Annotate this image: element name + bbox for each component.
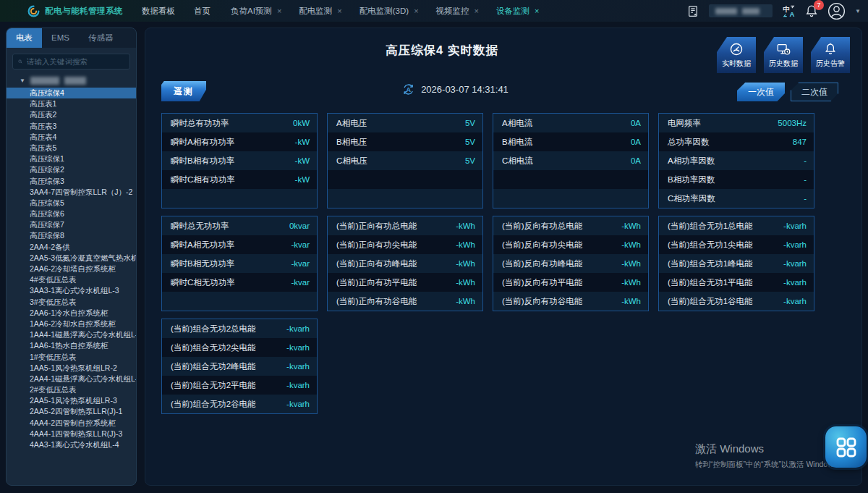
data-table: A相电压5VB相电压5VC相电压5V [327,113,483,208]
sidebar-item[interactable]: 2AA5-3低氮冷凝真空燃气热水机组R-2 [7,253,136,264]
table-row: (当前)反向有功尖电能-kWh [493,235,648,254]
nav-tab[interactable]: 视频监控× [436,6,479,17]
caret-down-icon[interactable]: ▼ [855,8,861,14]
floating-grid-button[interactable] [825,426,867,468]
sidebar-item[interactable]: 1AA6-2冷却水自控系统柜 [7,319,136,329]
param-label: (当前)组合无功1峰电能 [668,258,753,269]
document-icon[interactable] [687,5,699,17]
sidebar-item[interactable]: 2AA6-1冷水自控系统柜 [7,308,136,319]
param-value: -kvarh [783,297,807,306]
param-value: -kvarh [286,362,310,371]
table-row: (当前)反向有功峰电能-kWh [493,254,648,273]
sidebar-item[interactable]: 4AA4-1四管制热泵LLR(J)-3 [7,429,136,439]
nav-menu-item[interactable]: 首页 [194,6,210,17]
sidebar-item[interactable]: 3AA3-1离心式冷水机组L-3 [7,285,136,296]
param-label: (当前)正向有功尖电能 [336,240,417,250]
tree-caret-icon[interactable]: ▼ [20,77,25,84]
sidebar-item[interactable]: 高压综保6 [7,208,136,219]
sidebar-item[interactable]: 高压综保3 [7,176,136,187]
sidebar-item[interactable]: 1AA6-1热水自控系统柜 [7,340,136,351]
svg-text:中: 中 [783,4,791,12]
sidebar-item[interactable]: 2AA5-1风冷热泵机组LR-3 [7,395,136,406]
sidebar-item[interactable]: 高压综保7 [7,219,136,230]
tables: 瞬时总有功功率0kW瞬时A相有功功率-kW瞬时B相有功功率-kW瞬时C相有功功率… [161,113,814,414]
sidebar-item[interactable]: 2#变低压总表 [7,384,136,395]
secondary-value-button[interactable]: 二次值 [791,83,838,101]
sidebar-item[interactable]: 2AA4-2备供 [7,242,136,253]
redacted-text [715,8,737,14]
sidebar-item[interactable]: 3AA4-7四管制控泵LLR（J）-2 [7,187,136,198]
sidebar-item[interactable]: 高压综保4 [7,88,136,98]
sidebar-item[interactable]: 高压表2 [7,109,136,120]
sidebar-item[interactable]: 2AA6-2冷却塔自控系统柜 [7,264,136,274]
telemetry-tab[interactable]: 遥测 [161,81,206,101]
action-label: 历史数据 [769,59,798,69]
search-box[interactable] [12,54,130,69]
app-title: 配电与能耗管理系统 [45,6,123,17]
close-icon[interactable]: × [535,7,539,15]
action-label: 历史告警 [816,59,845,69]
nav-tab-label: 配电监测(3D) [359,6,409,17]
sidebar-item[interactable]: 1#变低压总表 [7,352,136,363]
sidebar-item[interactable]: 3#变低压总表 [7,297,136,308]
nav-tab[interactable]: 配电监测× [299,6,341,17]
close-icon[interactable]: × [277,7,281,15]
tree-root[interactable]: ▼ [7,75,136,88]
translate-icon[interactable]: 中 A [782,4,796,18]
data-table: 电网频率5003Hz总功率因数847A相功率因数-B相功率因数-C相功率因数- [658,113,814,208]
history-data-button[interactable]: 历史数据 [764,37,803,73]
nav-tab[interactable]: 设备监测× [496,6,539,17]
table-row: 电网频率5003Hz [659,114,814,132]
param-value: -kvarh [783,278,807,287]
table-row: (当前)组合无功1峰电能-kvarh [659,254,814,273]
param-value: -kvarh [783,259,807,268]
sidebar-item[interactable]: 1AA5-1风冷热泵机组LR-2 [7,363,136,374]
search-icon [18,57,22,66]
page-title: 高压综保4 实时数据 [386,43,498,59]
nav-tab[interactable]: 负荷AI预测× [231,6,281,17]
table-group: 瞬时总有功功率0kW瞬时A相有功功率-kW瞬时B相有功功率-kW瞬时C相有功功率… [161,113,814,208]
redacted-root-label [64,77,86,85]
close-icon[interactable]: × [337,7,341,15]
watermark-line2: 转到“控制面板”中的“系统”以激活 Windows。 [695,460,845,470]
sidebar-item[interactable]: 1AA4-1磁悬浮离心式冷水机组L-2 [7,329,136,340]
sidebar-item[interactable]: 4#变低压总表 [7,274,136,285]
param-label: (当前)组合无功2谷电能 [171,399,256,410]
sidebar-item[interactable]: 高压综保8 [7,230,136,241]
sidebar-item[interactable]: 高压综保5 [7,198,136,208]
search-input[interactable] [27,57,124,66]
sidebar-tab-sensor[interactable]: 传感器 [79,28,123,48]
table-row: (当前)组合无功1总电能-kvarh [659,216,814,235]
sidebar-tab-ems[interactable]: EMS [42,28,79,48]
sidebar-item[interactable]: 2AA5-2四管制热泵LLR(J)-1 [7,406,136,417]
nav-menu-item[interactable]: 数据看板 [142,6,175,17]
sidebar-tab-meter[interactable]: 电表 [7,28,42,48]
table-row: 瞬时C相无功功率-kvar [162,273,317,292]
table-group: (当前)组合无功2总电能-kvarh(当前)组合无功2尖电能-kvarh(当前)… [161,319,814,414]
avatar-icon[interactable] [827,2,846,20]
sidebar-item[interactable]: 高压综保2 [7,164,136,175]
sidebar-item[interactable]: 高压表5 [7,143,136,153]
close-icon[interactable]: × [414,7,418,15]
sidebar-item[interactable]: 高压表1 [7,98,136,109]
sidebar-item[interactable]: 高压表3 [7,121,136,132]
history-alarm-button[interactable]: 历史告警 [811,37,850,73]
sidebar-item[interactable]: 高压综保1 [7,153,136,164]
redacted-username [709,4,773,17]
primary-value-button[interactable]: 一次值 [737,83,785,101]
realtime-data-button[interactable]: 实时数据 [717,37,756,73]
sidebar-item[interactable]: 4AA3-1离心式冷水机组L-4 [7,439,136,450]
sidebar-item[interactable]: 2AA4-1磁悬浮离心式冷水机组L-1 [7,374,136,384]
sidebar-item[interactable]: 高压表4 [7,132,136,143]
auto-refresh-icon[interactable]: A [401,83,415,96]
sidebar: 电表 EMS 传感器 ▼ 高压综保4高压表1高压表2高压表3高压表4高压表5高压… [6,28,137,486]
table-row: (当前)组合无功2总电能-kvarh [162,319,317,338]
nav-tab[interactable]: 配电监测(3D)× [359,6,419,17]
data-table: (当前)组合无功1总电能-kvarh(当前)组合无功1尖电能-kvarh(当前)… [658,216,814,311]
notifications[interactable]: 7 [805,4,818,17]
table-row: (当前)反向有功总电能-kWh [493,216,648,235]
sidebar-item[interactable]: 4AA4-2四管制自控系统柜 [7,418,136,429]
action-label: 实时数据 [722,59,751,69]
table-row [493,170,648,189]
close-icon[interactable]: × [475,7,479,15]
